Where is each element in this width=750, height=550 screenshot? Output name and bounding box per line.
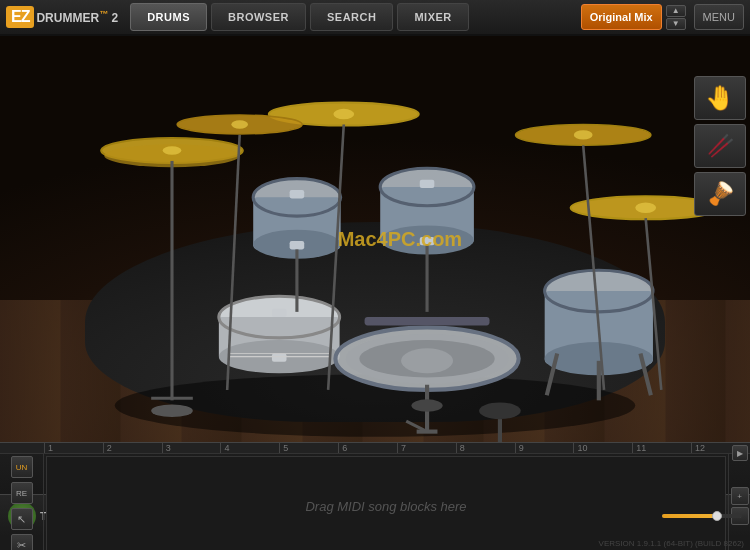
instrument-icon-tambourine[interactable]: 🪘 (694, 172, 746, 216)
svg-point-48 (411, 399, 442, 411)
ruler-mark-10: 10 (573, 443, 632, 453)
volume-thumb[interactable] (712, 511, 722, 521)
ruler-mark-7: 7 (397, 443, 456, 453)
tab-mixer[interactable]: MIXER (397, 3, 468, 31)
ruler-mark-4: 4 (220, 443, 279, 453)
svg-rect-16 (290, 190, 305, 198)
drum-kit-svg (0, 36, 750, 442)
volume-fill (662, 514, 714, 518)
menu-button[interactable]: MENU (694, 4, 744, 30)
ruler-mark-8: 8 (456, 443, 515, 453)
timeline-area: 1 2 3 4 5 6 7 8 9 10 11 12 ▶ UN RE ↖ ✂ D… (0, 442, 750, 494)
svg-rect-36 (272, 354, 287, 362)
svg-rect-22 (420, 180, 435, 188)
midi-placeholder-text: Drag MIDI song blocks here (305, 499, 466, 514)
preset-up-arrow[interactable]: ▲ (666, 5, 686, 17)
svg-rect-55 (365, 317, 490, 325)
ruler-mark-1: 1 (44, 443, 103, 453)
svg-rect-17 (290, 241, 305, 249)
ruler-mark-3: 3 (162, 443, 221, 453)
svg-point-61 (574, 130, 593, 139)
svg-rect-23 (420, 237, 435, 245)
redo-button[interactable]: RE (11, 482, 33, 504)
ruler-mark-6: 6 (338, 443, 397, 453)
svg-point-46 (151, 405, 193, 417)
ruler-mark-5: 5 (279, 443, 338, 453)
svg-point-62 (635, 203, 656, 213)
ruler-mark-11: 11 (632, 443, 691, 453)
preset-down-arrow[interactable]: ▼ (666, 18, 686, 30)
preset-dropdown[interactable]: Original Mix (581, 4, 662, 30)
tab-browser[interactable]: BROWSER (211, 3, 306, 31)
svg-point-43 (401, 348, 453, 373)
volume-slider[interactable] (662, 514, 742, 518)
svg-point-64 (231, 120, 248, 128)
svg-point-60 (333, 109, 354, 119)
svg-point-58 (479, 402, 521, 419)
timeline-ruler: 1 2 3 4 5 6 7 8 9 10 11 12 ▶ (0, 443, 750, 454)
app-logo: EZ DRUMMER™ 2 (6, 6, 118, 28)
instrument-icon-hand[interactable]: 🤚 (694, 76, 746, 120)
ruler-mark-2: 2 (103, 443, 162, 453)
ruler-mark-9: 9 (515, 443, 574, 453)
midi-song-drop-area[interactable]: Drag MIDI song blocks here (46, 456, 726, 550)
tab-search[interactable]: SEARCH (310, 3, 393, 31)
undo-button[interactable]: UN (11, 456, 33, 478)
select-tool-button[interactable]: ↖ (11, 508, 33, 530)
zoom-in-button[interactable]: + (731, 487, 749, 505)
preset-label: Original Mix (590, 11, 653, 23)
version-text: VERSION 1.9.1.1 (64-BIT) (BUILD 8262) (599, 539, 744, 548)
svg-rect-35 (272, 309, 287, 317)
instrument-icon-sticks[interactable]: 🥢 (694, 124, 746, 168)
right-instrument-panel: 🤚 🥢 🪘 (694, 76, 746, 216)
logo-ez: EZ (6, 6, 34, 28)
cut-tool-button[interactable]: ✂ (11, 534, 33, 550)
logo-drummer: DRUMMER™ 2 (36, 9, 118, 25)
scroll-right-button[interactable]: ▶ (732, 445, 748, 461)
svg-point-63 (163, 146, 182, 154)
drum-kit-area: 🤚 🥢 🪘 Mac4PC.com (0, 36, 750, 442)
tab-drums[interactable]: DRUMS (130, 3, 207, 31)
ruler-marks: 1 2 3 4 5 6 7 8 9 10 11 12 (44, 443, 750, 453)
top-nav-bar: EZ DRUMMER™ 2 DRUMS BROWSER SEARCH MIXER… (0, 0, 750, 36)
